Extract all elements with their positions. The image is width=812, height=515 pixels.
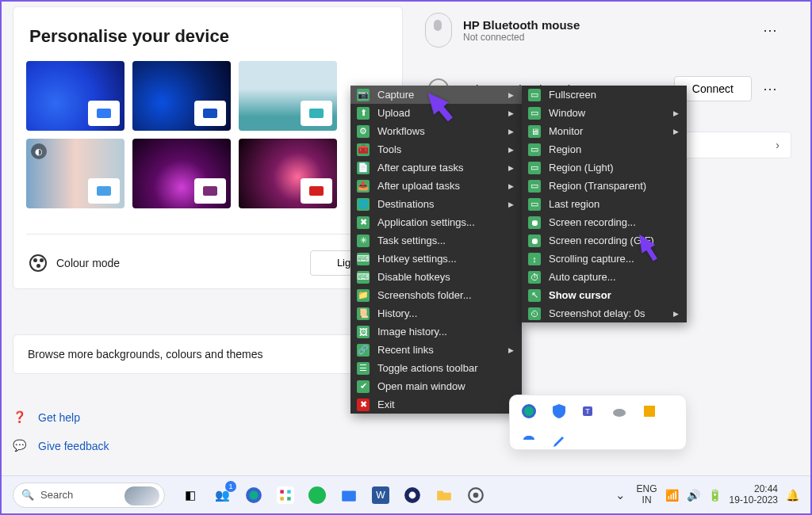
galaxy-more-button[interactable]: ⋯ (763, 80, 782, 97)
menu-item-region-transparent[interactable]: ▭Region (Transparent) (522, 177, 687, 195)
menu-item-region[interactable]: ▭Region (522, 140, 687, 158)
menu-item-toggle-actions-toolbar[interactable]: ☰Toggle actions toolbar (350, 359, 522, 377)
slack-icon[interactable] (274, 484, 297, 506)
notifications-icon[interactable]: 🔔 (786, 489, 799, 502)
battery-icon[interactable]: 🔋 (708, 489, 722, 502)
menu-item-exit[interactable]: ✖Exit (350, 395, 522, 414)
svg-text:W: W (376, 490, 385, 501)
menu-item-image-history[interactable]: 🖼Image history... (350, 322, 522, 341)
colour-mode-row[interactable]: Colour mode Light (26, 234, 389, 276)
task-view-icon[interactable]: ◧ (179, 484, 201, 506)
submenu-arrow-icon: ▶ (508, 164, 514, 172)
menu-item-label: Screen recording... (549, 216, 636, 228)
menu-item-icon: ✖ (357, 216, 370, 229)
menu-item-icon: 🌐 (357, 198, 370, 211)
bt-device-more-button[interactable]: ⋯ (763, 21, 782, 39)
onedrive-icon[interactable] (611, 403, 627, 419)
menu-item-screenshot-delay-0s[interactable]: ⏲Screenshot delay: 0s▶ (522, 304, 687, 322)
menu-item-label: Toggle actions toolbar (377, 362, 477, 374)
menu-item-icon: 📁 (357, 289, 370, 302)
menu-item-label: Destinations (377, 198, 435, 210)
search-highlight-icon (124, 486, 159, 505)
menu-item-label: Capture (377, 89, 414, 101)
menu-item-hotkey-settings[interactable]: ⌨Hotkey settings... (350, 250, 522, 268)
menu-item-after-upload-tasks[interactable]: 📤After upload tasks▶ (350, 177, 522, 195)
menu-item-recent-links[interactable]: 🔗Recent links▶ (350, 341, 522, 359)
menu-item-label: After upload tasks (377, 180, 460, 192)
theme-option-1[interactable] (26, 61, 124, 131)
lang-line1: ENG (637, 484, 657, 494)
menu-item-history[interactable]: 📜History... (350, 304, 522, 322)
app-tray-icon[interactable] (642, 403, 657, 419)
theme-option-5[interactable] (132, 139, 231, 208)
theme-option-6[interactable] (239, 139, 337, 208)
settings-icon[interactable] (465, 484, 487, 506)
svg-point-18 (409, 491, 416, 498)
menu-item-icon: 📄 (357, 162, 370, 174)
menu-item-task-settings[interactable]: ✳Task settings... (350, 231, 522, 250)
security-icon[interactable] (551, 403, 567, 419)
menu-item-auto-capture[interactable]: ⏱Auto capture... (522, 268, 687, 286)
feedback-icon: 💬 (13, 439, 27, 453)
explorer-icon[interactable] (338, 484, 360, 506)
menu-item-after-capture-tasks[interactable]: 📄After capture tasks▶ (350, 158, 522, 177)
volume-icon[interactable]: 🔊 (687, 489, 700, 502)
taskbar-pinned: ◧ 👥 W (179, 484, 487, 506)
menu-item-icon: ⚙ (357, 125, 370, 138)
submenu-arrow-icon: ▶ (508, 109, 514, 117)
menu-item-last-region[interactable]: ▭Last region (522, 195, 687, 213)
menu-item-screen-recording-gif[interactable]: ⏺Screen recording (GIF) (522, 231, 687, 250)
sharex-tray-icon[interactable] (521, 433, 537, 449)
menu-item-icon: 🖼 (357, 326, 370, 338)
menu-item-icon: ⬆ (357, 107, 370, 120)
pen-tray-icon[interactable] (551, 433, 567, 449)
language-indicator[interactable]: ENG IN (637, 484, 657, 505)
menu-item-scrolling-capture[interactable]: ↕Scrolling capture... (522, 250, 687, 268)
give-feedback-link[interactable]: 💬 Give feedback (13, 439, 109, 453)
word-icon[interactable]: W (370, 484, 392, 506)
spotify-icon[interactable] (306, 484, 328, 506)
clock[interactable]: 20:44 19-10-2023 (730, 484, 778, 506)
menu-item-upload[interactable]: ⬆Upload▶ (350, 104, 522, 122)
menu-item-window[interactable]: ▭Window▶ (522, 104, 687, 122)
teams-tray-icon[interactable]: T (581, 403, 597, 419)
menu-item-show-cursor[interactable]: ↖Show cursor (522, 286, 687, 304)
theme-option-4[interactable]: ◐ (26, 139, 124, 208)
menu-item-icon: ▭ (528, 180, 541, 193)
sharex-capture-submenu: ▭Fullscreen▭Window▶🖥Monitor▶▭Region▭Regi… (522, 86, 687, 322)
menu-item-fullscreen[interactable]: ▭Fullscreen (522, 86, 687, 104)
edge-icon[interactable] (521, 403, 537, 419)
menu-item-label: Monitor (549, 125, 583, 137)
menu-item-workflows[interactable]: ⚙Workflows▶ (350, 122, 522, 140)
menu-item-capture[interactable]: 📷Capture▶ (350, 86, 522, 104)
submenu-arrow-icon: ▶ (508, 91, 514, 99)
menu-item-label: Workflows (377, 125, 425, 137)
theme-option-2[interactable] (132, 61, 231, 131)
taskbar-search[interactable]: 🔍 Search (13, 483, 165, 508)
theme-option-3[interactable] (239, 61, 337, 131)
menu-item-monitor[interactable]: 🖥Monitor▶ (522, 122, 687, 140)
menu-item-screen-recording[interactable]: ⏺Screen recording... (522, 213, 687, 231)
menu-item-destinations[interactable]: 🌐Destinations▶ (350, 195, 522, 213)
menu-item-tools[interactable]: 🧰Tools▶ (350, 140, 522, 158)
bluetooth-device-row[interactable]: HP Bluetooth mouse Not connected ⋯ (414, 6, 793, 54)
browse-themes-row[interactable]: Browse more backgrounds, colours and the… (13, 334, 403, 374)
menu-item-label: Scrolling capture... (549, 253, 634, 265)
menu-item-region-light[interactable]: ▭Region (Light) (522, 158, 687, 177)
onepassword-icon[interactable] (401, 484, 423, 506)
teams-chat-icon[interactable]: 👥 (211, 484, 233, 506)
wifi-icon[interactable]: 📶 (665, 489, 679, 502)
menu-item-icon: ↕ (528, 253, 541, 265)
get-help-link[interactable]: ❓ Get help (13, 410, 80, 425)
menu-item-application-settings[interactable]: ✖Application settings... (350, 213, 522, 231)
edge-taskbar-icon[interactable] (243, 484, 265, 506)
menu-item-icon: ▭ (528, 198, 541, 211)
menu-item-open-main-window[interactable]: ✔Open main window (350, 377, 522, 395)
feedback-label: Give feedback (38, 440, 109, 452)
tray-chevron-icon[interactable]: ⌄ (613, 484, 629, 506)
menu-item-icon: ↖ (528, 289, 541, 302)
menu-item-screenshots-folder[interactable]: 📁Screenshots folder... (350, 286, 522, 304)
menu-item-disable-hotkeys[interactable]: ⌨Disable hotkeys (350, 268, 522, 286)
menu-item-icon: ▭ (528, 162, 541, 174)
folder-icon[interactable] (433, 484, 455, 506)
